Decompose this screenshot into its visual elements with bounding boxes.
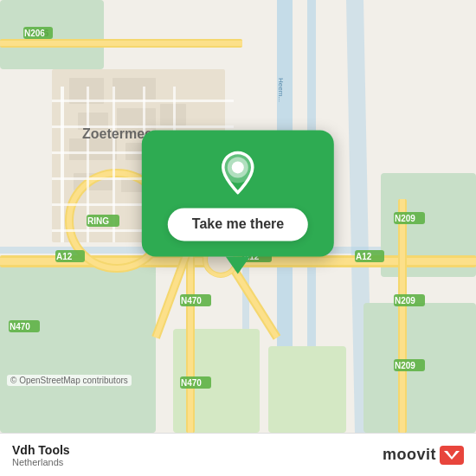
map-pin-icon — [215, 149, 261, 196]
map-container: N206 N206 A12 A12 A12 RING N470 N470 N47… — [0, 0, 476, 433]
svg-text:N206: N206 — [24, 29, 45, 38]
footer-right: moovit — [383, 446, 464, 465]
svg-text:N470: N470 — [181, 378, 202, 388]
popup-tail — [226, 256, 250, 273]
svg-text:RING: RING — [87, 216, 109, 226]
footer: Vdh Tools Netherlands moovit — [0, 433, 476, 476]
svg-text:Heem...: Heem... — [277, 78, 285, 102]
take-me-there-button[interactable]: Take me there — [168, 208, 308, 241]
moovit-brand-text: moovit — [383, 446, 436, 464]
svg-text:N470: N470 — [10, 322, 30, 331]
svg-text:N209: N209 — [395, 214, 415, 223]
moovit-logo: moovit — [383, 446, 464, 465]
svg-rect-40 — [52, 100, 234, 102]
svg-text:A12: A12 — [356, 252, 372, 261]
moovit-icon — [440, 446, 464, 465]
svg-rect-35 — [61, 87, 64, 242]
svg-rect-12 — [268, 346, 346, 433]
popup-overlay: Take me there — [142, 130, 334, 273]
popup-card: Take me there — [142, 130, 334, 256]
svg-text:N209: N209 — [395, 361, 415, 370]
svg-text:N209: N209 — [395, 296, 415, 306]
footer-title: Vdh Tools — [12, 443, 70, 457]
copyright-text: © OpenStreetMap contributors — [7, 375, 132, 386]
svg-rect-15 — [113, 78, 156, 100]
footer-subtitle: Netherlands — [12, 457, 70, 467]
svg-rect-7 — [0, 260, 156, 433]
svg-rect-28 — [0, 41, 242, 46]
svg-rect-32 — [400, 199, 405, 433]
svg-text:A12: A12 — [56, 252, 73, 261]
footer-left: Vdh Tools Netherlands — [12, 443, 70, 467]
svg-text:N470: N470 — [181, 296, 202, 306]
svg-rect-19 — [69, 138, 117, 160]
svg-point-79 — [232, 161, 244, 173]
